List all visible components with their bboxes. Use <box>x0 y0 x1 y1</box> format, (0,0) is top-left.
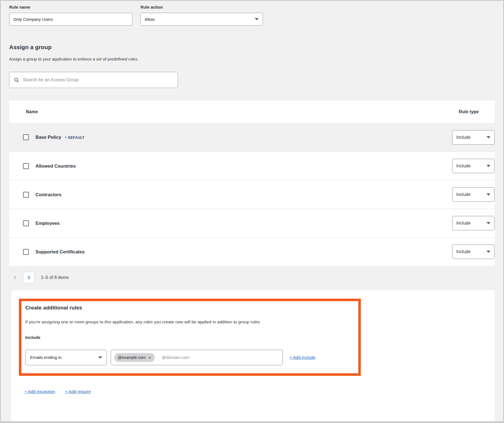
rule-name-field-group: Rule name <box>9 5 132 26</box>
access-rule-page: Rule name Rule action Allow Assign a gro… <box>1 1 503 421</box>
rule-type-select[interactable]: Include <box>452 245 495 259</box>
row-name-cell: Employees <box>9 220 452 226</box>
rule-name-input[interactable] <box>9 13 132 26</box>
add-exception-link[interactable]: + Add exception <box>24 389 55 394</box>
next-page-button[interactable] <box>23 272 35 283</box>
rule-type-value: Include <box>456 221 471 226</box>
search-input[interactable] <box>23 77 173 82</box>
caret-down-icon <box>487 165 490 167</box>
row-checkbox[interactable] <box>23 249 29 255</box>
row-name-cell: Contractors <box>9 192 452 198</box>
additional-rules-card: Create additional rules If you're assign… <box>11 290 495 421</box>
email-domain-tag: @example.com ✕ <box>114 353 155 362</box>
row-checkbox[interactable] <box>23 134 29 140</box>
pagination-status: 1–5 of 6 items <box>41 275 69 280</box>
additional-rules-title: Create additional rules <box>25 305 353 311</box>
add-include-link[interactable]: + Add include <box>289 355 316 360</box>
access-group-search[interactable] <box>9 72 178 88</box>
column-header-name: Name <box>9 109 436 114</box>
remove-tag-icon[interactable]: ✕ <box>148 356 151 359</box>
caret-down-icon <box>487 251 490 253</box>
rule-type-select[interactable]: Include <box>452 130 495 145</box>
table-header: Name Rule type <box>9 101 495 123</box>
tag-label: @example.com <box>118 355 146 360</box>
group-name: Employees <box>36 221 60 226</box>
caret-down-icon <box>255 18 259 20</box>
previous-page-button[interactable] <box>9 272 21 283</box>
table-row: Allowed Countries Include <box>9 152 495 180</box>
caret-down-icon <box>487 193 490 196</box>
rule-type-value: Include <box>456 163 471 168</box>
chevron-left-icon <box>13 276 17 280</box>
assign-group-title: Assign a group <box>9 44 495 51</box>
rule-type-select[interactable]: Include <box>452 187 495 202</box>
email-domain-input[interactable]: @example.com ✕ @domain.com <box>111 350 283 365</box>
row-checkbox[interactable] <box>23 163 29 169</box>
rule-action-value: Allow <box>145 17 155 22</box>
rule-settings-form: Rule name Rule action Allow <box>9 5 495 26</box>
create-additional-rules-highlight: Create additional rules If you're assign… <box>19 299 361 376</box>
caret-down-icon <box>98 356 102 359</box>
rule-action-select[interactable]: Allow <box>140 13 263 26</box>
column-header-rule-type: Rule type <box>436 109 479 114</box>
rule-criteria-select[interactable]: Emails ending in <box>25 350 107 365</box>
chevron-right-icon <box>27 276 31 280</box>
table-row: Employees Include <box>9 209 495 237</box>
rule-action-field-group: Rule action Allow <box>140 5 263 26</box>
rule-criteria-value: Emails ending in <box>30 355 62 360</box>
row-checkbox[interactable] <box>23 192 29 198</box>
row-checkbox[interactable] <box>23 220 29 226</box>
access-groups-table: Name Rule type Base Policy •DEFAULT Incl… <box>9 101 495 266</box>
group-name: Allowed Countries <box>36 163 76 169</box>
default-badge: •DEFAULT <box>65 135 85 140</box>
caret-down-icon <box>487 222 490 224</box>
group-name: Base Policy <box>36 135 61 140</box>
bullet-icon: • <box>65 135 67 140</box>
assign-group-description: Assign a group to your application to en… <box>9 57 495 61</box>
row-name-cell: Allowed Countries <box>9 163 452 169</box>
rule-type-value: Include <box>456 192 471 197</box>
rule-action-label: Rule action <box>140 5 263 9</box>
row-name-cell: Base Policy •DEFAULT <box>9 134 452 140</box>
row-name-cell: Supported Certificates <box>9 249 452 255</box>
rule-links: + Add exception + Add require <box>19 389 487 394</box>
add-require-link[interactable]: + Add require <box>65 389 91 394</box>
table-row: Contractors Include <box>9 180 495 209</box>
group-name: Contractors <box>36 192 62 197</box>
rule-type-value: Include <box>456 249 471 254</box>
rule-name-label: Rule name <box>9 5 132 9</box>
additional-rules-description: If you're assigning one or more groups t… <box>25 319 353 324</box>
rule-type-value: Include <box>456 135 471 140</box>
rule-type-select[interactable]: Include <box>452 159 495 173</box>
search-icon <box>14 77 19 83</box>
input-placeholder: @domain.com <box>162 355 190 360</box>
include-rule-row: Emails ending in @example.com ✕ @domain.… <box>25 350 353 365</box>
group-name: Supported Certificates <box>36 249 85 255</box>
table-row: Base Policy •DEFAULT Include <box>9 123 495 152</box>
pagination: 1–5 of 6 items <box>9 272 495 283</box>
table-rows: Base Policy •DEFAULT Include Allowed Cou… <box>9 123 495 266</box>
caret-down-icon <box>487 136 490 139</box>
table-row: Supported Certificates Include <box>9 237 495 266</box>
include-section-label: Include <box>25 335 353 340</box>
rule-type-select[interactable]: Include <box>452 216 495 230</box>
